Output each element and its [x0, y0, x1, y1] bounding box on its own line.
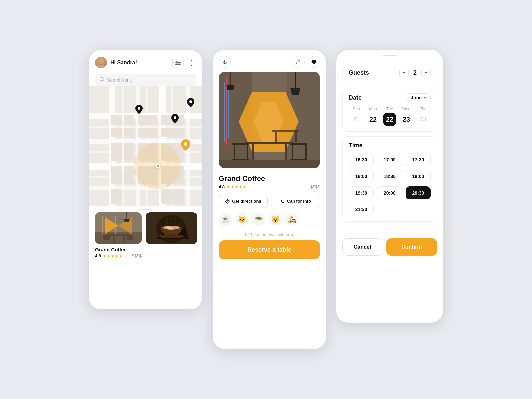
detail-star-3: ★ — [235, 185, 238, 189]
star-1: ★ — [103, 254, 107, 258]
star-2: ★ — [107, 254, 111, 258]
reservation-actions: Cancel Confirm — [336, 233, 443, 264]
coffee-art — [146, 212, 197, 244]
svg-point-67 — [159, 234, 184, 238]
confirm-button[interactable]: Confirm — [386, 238, 437, 256]
reservation-body: Guests − 2 + Date June — [336, 56, 443, 233]
svg-rect-33 — [111, 143, 122, 161]
detail-star-4: ★ — [239, 185, 242, 189]
share-button[interactable] — [293, 56, 305, 68]
current-location-dot — [156, 164, 160, 168]
map-pin-1[interactable] — [135, 105, 143, 116]
more-button[interactable]: ⋮ — [187, 59, 196, 66]
avatar-image — [95, 57, 107, 68]
time-grid: 16:30 17:00 17:30 18:00 18:30 19:00 19:3… — [349, 153, 431, 216]
day-num-23wed: 23 — [400, 113, 413, 126]
svg-rect-56 — [108, 234, 128, 236]
svg-rect-26 — [111, 128, 122, 137]
map-pin-3[interactable] — [171, 114, 179, 125]
time-slot-2030[interactable]: 20:30 — [406, 186, 431, 200]
cal-day-thu[interactable]: Thu 23 — [415, 107, 431, 126]
guests-row: Guests − 2 + — [349, 68, 431, 77]
cal-day-sun[interactable]: Son 21 — [349, 107, 364, 126]
card-rating-1: 4,8 — [95, 253, 101, 258]
card-meta-1: 4,8 ★ ★ ★ ★ ★ $$$$ — [95, 253, 142, 258]
svg-point-44 — [189, 100, 192, 103]
day-num-22tue: 22 — [383, 113, 396, 126]
svg-point-0 — [98, 59, 104, 64]
month-selector[interactable]: June — [407, 93, 431, 102]
time-slot-2130[interactable]: 21:30 — [349, 203, 374, 216]
time-slot-1730[interactable]: 17:30 — [406, 153, 431, 166]
svg-rect-89 — [272, 130, 299, 132]
chevron-down-icon — [424, 97, 427, 99]
time-slot-1700[interactable]: 17:00 — [377, 153, 402, 166]
time-slot-1800[interactable]: 18:00 — [349, 170, 374, 183]
map-area[interactable] — [89, 86, 202, 206]
search-bar[interactable]: Search for... — [95, 74, 196, 86]
card-thumb-2 — [146, 212, 197, 244]
greeting-text: Hi Sandra! — [110, 60, 169, 66]
detail-body: Grand Coffee 4,8 ★ ★ ★ ★ ★ $$$$ — [213, 168, 326, 237]
restaurant-card-2[interactable] — [146, 212, 197, 258]
svg-rect-86 — [292, 145, 293, 159]
map-pin-2[interactable] — [187, 98, 194, 109]
search-icon — [100, 77, 104, 83]
svg-point-1 — [96, 65, 106, 68]
avatar — [95, 57, 107, 68]
reserve-table-button[interactable]: Reserve a table — [219, 240, 320, 259]
filter-button[interactable] — [172, 57, 184, 68]
cancel-button[interactable]: Cancel — [342, 238, 382, 256]
back-button[interactable] — [219, 56, 231, 68]
increase-guests-button[interactable]: + — [421, 68, 431, 77]
svg-point-5 — [176, 61, 177, 62]
restaurant-card-1[interactable]: Grand Coffee 4,8 ★ ★ ★ ★ ★ $$$$ — [95, 212, 142, 258]
time-slot-1630[interactable]: 16:30 — [349, 153, 374, 166]
time-slot-1830[interactable]: 18:30 — [377, 170, 402, 183]
svg-rect-83 — [247, 145, 248, 159]
cal-day-mon[interactable]: Mon 22 — [365, 107, 381, 126]
time-slot-1930[interactable]: 19:30 — [349, 186, 374, 200]
availability-text: 6/10 tables available now — [219, 232, 320, 237]
restaurant-meta: 4,8 ★ ★ ★ ★ ★ $$$$ — [219, 184, 320, 189]
detail-price: $$$$ — [310, 184, 320, 189]
svg-rect-27 — [124, 115, 134, 124]
map-pin-orange[interactable] — [181, 139, 190, 153]
svg-point-47 — [184, 142, 187, 146]
guest-count-display: 2 — [413, 69, 417, 76]
svg-rect-81 — [232, 143, 249, 145]
cal-day-wed[interactable]: Wed 23 — [399, 107, 414, 126]
favorite-button[interactable] — [308, 56, 320, 68]
detail-star-2: ★ — [231, 185, 234, 189]
emoji-5: 🛵 — [285, 213, 299, 226]
detail-action-btns: Get directions Call for info — [219, 195, 320, 208]
time-slot-1900[interactable]: 19:00 — [406, 170, 431, 183]
svg-rect-38 — [124, 166, 134, 184]
svg-point-6 — [178, 62, 180, 63]
day-num-23thu: 23 — [416, 113, 430, 126]
date-header: Date June — [349, 93, 431, 102]
day-label-sun: Son — [353, 107, 360, 111]
call-for-info-label: Call for info — [287, 199, 311, 204]
svg-point-43 — [138, 107, 140, 110]
get-directions-label: Get directions — [232, 199, 261, 204]
detail-header — [213, 50, 326, 72]
decrease-guests-button[interactable]: − — [399, 68, 409, 77]
svg-rect-78 — [245, 142, 294, 144]
get-directions-button[interactable]: Get directions — [219, 195, 268, 208]
restaurant-image — [219, 72, 320, 168]
svg-point-45 — [174, 116, 176, 119]
cal-day-tue[interactable]: Tue 22 — [382, 107, 397, 126]
svg-rect-39 — [138, 166, 157, 184]
svg-point-7 — [176, 64, 178, 65]
star-5: ★ — [119, 254, 123, 258]
svg-rect-37 — [111, 166, 122, 184]
chevron-down-icon — [223, 60, 227, 64]
svg-point-99 — [227, 202, 228, 202]
date-label: Date — [349, 94, 362, 101]
month-display: June — [411, 95, 422, 100]
star-3: ★ — [111, 254, 115, 258]
star-4: ★ — [115, 254, 119, 258]
call-for-info-button[interactable]: Call for info — [271, 195, 320, 208]
time-slot-2000[interactable]: 20:00 — [377, 186, 402, 200]
